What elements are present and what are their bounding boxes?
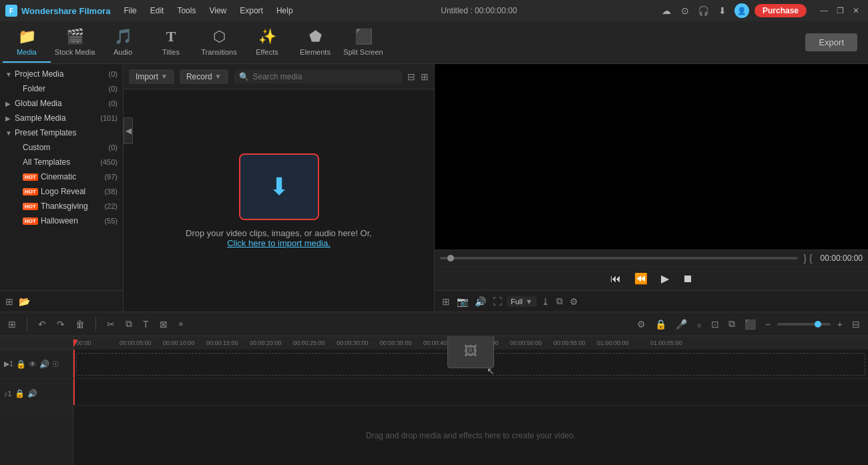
sidebar-item-preset-templates[interactable]: ▼ Preset Templates — [0, 125, 123, 140]
sidebar-item-global-media[interactable]: ▶ Global Media (0) — [0, 96, 123, 111]
audio-drop-zone[interactable] — [76, 384, 865, 401]
user-avatar[interactable]: 👤 — [734, 3, 749, 18]
toolbar-effects[interactable]: ✨ Effects — [243, 23, 291, 63]
undo-icon[interactable]: ↶ — [35, 318, 49, 331]
menu-export[interactable]: Export — [234, 5, 268, 17]
snapshot-icon[interactable]: 📷 — [455, 294, 470, 309]
fullscreen-icon[interactable]: ⛶ — [491, 294, 504, 309]
zoom-in-icon[interactable]: + — [835, 318, 845, 331]
minimize-button[interactable]: — — [817, 4, 831, 17]
menu-tools[interactable]: Tools — [172, 5, 201, 17]
delete-icon[interactable]: 🗑 — [73, 318, 87, 331]
scrubber-handle[interactable] — [447, 255, 454, 262]
video-drop-zone[interactable]: 🖼 ↖ — [76, 353, 865, 376]
toolbar-elements[interactable]: ⬟ Elements — [291, 23, 339, 63]
preview-buttons: ⏮ ⏪ ▶ ⏹ — [435, 266, 868, 290]
audio-track-icon[interactable]: 🔊 — [39, 360, 49, 369]
scene-icon[interactable]: ⊞ — [5, 318, 19, 331]
sidebar-item-thanksgiving[interactable]: HOT Thanksgiving (22) — [0, 199, 123, 213]
sidebar-item-project-media[interactable]: ▼ Project Media (0) — [0, 67, 123, 81]
toolbar-media[interactable]: 📁 Media — [3, 23, 51, 63]
split-screen-icon: ⬛ — [355, 28, 373, 45]
import-button[interactable]: Import ▼ — [129, 69, 174, 84]
toolbar-split-screen[interactable]: ⬛ Split Screen — [339, 23, 387, 63]
close-button[interactable]: ✕ — [849, 4, 863, 17]
ripple-icon[interactable]: ⧝ — [176, 318, 186, 331]
search-input[interactable] — [253, 72, 397, 81]
lock-icon[interactable]: 🔒 — [652, 318, 669, 331]
lock-track-icon[interactable]: 🔒 — [16, 360, 26, 369]
import-link[interactable]: Click here to import media. — [227, 238, 331, 248]
toolbar-titles[interactable]: T Titles — [147, 23, 195, 63]
audio-waveform-icon[interactable]: 🔊 — [473, 294, 488, 309]
add-to-timeline-icon[interactable]: ⊞ — [440, 294, 452, 309]
menu-view[interactable]: View — [204, 5, 232, 17]
zoom-out-icon[interactable]: − — [763, 318, 773, 331]
scrubber-track[interactable] — [440, 257, 798, 260]
sidebar-item-sample-media[interactable]: ▶ Sample Media (101) — [0, 111, 123, 125]
sidebar-item-logo-reveal[interactable]: HOT Logo Reveal (38) — [0, 184, 123, 199]
panel-tree: ▼ Project Media (0) Folder (0) ▶ Global … — [0, 64, 123, 290]
panel-collapse-button[interactable]: ◀ — [124, 117, 133, 144]
folder-icon[interactable]: 📂 — [19, 296, 30, 307]
grid-icon[interactable]: ⊞ — [421, 71, 429, 82]
sidebar-item-folder[interactable]: Folder (0) — [0, 81, 123, 96]
toolbar-transitions[interactable]: ⬡ Transitions — [195, 23, 243, 63]
sidebar-item-all-templates[interactable]: All Templates (450) — [0, 155, 123, 169]
download-icon[interactable]: ⬇ — [716, 4, 729, 17]
filter-icon[interactable]: ⊟ — [407, 71, 415, 82]
track-labels-header: ▶1 🔒 👁 🔊 ☉ ♪1 🔒 🔊 — [0, 336, 73, 465]
cut-icon[interactable]: ✂ — [104, 318, 118, 331]
text-icon[interactable]: T — [140, 318, 152, 331]
toolbar-audio[interactable]: 🎵 Audio — [99, 23, 147, 63]
add-folder-icon[interactable]: ⊞ — [5, 296, 13, 307]
toolbar-stock-media[interactable]: 🎬 Stock Media — [51, 23, 99, 63]
cloud-icon[interactable]: ☁ — [660, 4, 673, 17]
zoom-handle[interactable] — [815, 321, 821, 328]
stop-button[interactable]: ⏹ — [677, 270, 698, 288]
menu-edit[interactable]: Edit — [145, 5, 170, 17]
record-button[interactable]: Record ▼ — [180, 69, 228, 84]
skip-back-button[interactable]: ⏮ — [605, 270, 626, 288]
lock-audio-icon[interactable]: 🔒 — [15, 389, 25, 398]
media-icon: 📁 — [18, 28, 36, 45]
audio-vol-icon[interactable]: 🔊 — [27, 389, 37, 398]
solo-icon[interactable]: ☉ — [52, 360, 59, 369]
crop-icon[interactable]: ⊠ — [157, 318, 170, 331]
all-templates-count: (450) — [100, 158, 118, 166]
purchase-button[interactable]: Purchase — [754, 4, 807, 17]
sidebar-item-custom[interactable]: Custom (0) — [0, 140, 123, 155]
frame-back-button[interactable]: ⏪ — [629, 270, 653, 288]
bracket-left[interactable]: } — [803, 253, 807, 264]
sidebar-item-halloween[interactable]: HOT Halloween (55) — [0, 213, 123, 228]
menu-file[interactable]: File — [118, 5, 142, 17]
snap-icon[interactable]: ⊡ — [708, 318, 722, 331]
export-frame-icon[interactable]: ⤓ — [539, 294, 552, 309]
media-area: Import ▼ Record ▼ 🔍 ⊟ ⊞ ⬇ Drop your vide… — [124, 64, 434, 312]
mic-icon[interactable]: 🎤 — [673, 318, 690, 331]
pip2-icon[interactable]: ⧉ — [726, 317, 738, 331]
ruler-mark-13: 01:00:05:00 — [650, 340, 704, 346]
play-button[interactable]: ▶ — [656, 270, 674, 288]
fit-icon[interactable]: ⊟ — [849, 318, 863, 331]
preview-screen — [435, 64, 868, 250]
zoom-slider[interactable] — [777, 323, 831, 326]
speed-icon[interactable]: ⬛ — [742, 318, 758, 331]
sun-icon[interactable]: ⊙ — [678, 4, 692, 17]
settings-icon[interactable]: ⚙ — [568, 294, 580, 309]
sidebar-item-cinematic[interactable]: HOT Cinematic (97) — [0, 169, 123, 184]
maximize-button[interactable]: ❐ — [833, 4, 847, 17]
bracket-right[interactable]: { — [809, 253, 813, 264]
menu-help[interactable]: Help — [271, 5, 298, 17]
copy-icon[interactable]: ⧉ — [123, 317, 135, 331]
headset-icon[interactable]: 🎧 — [697, 4, 710, 17]
folder-label: Folder — [23, 84, 109, 93]
eye-icon[interactable]: 👁 — [29, 360, 37, 369]
redo-icon[interactable]: ↷ — [54, 318, 67, 331]
markers-icon[interactable]: ⬦ — [694, 318, 704, 331]
quality-dropdown[interactable]: Full ▼ — [507, 296, 537, 307]
search-box[interactable]: 🔍 — [234, 70, 402, 83]
settings-icon[interactable]: ⚙ — [634, 318, 648, 331]
export-button[interactable]: Export — [805, 33, 857, 51]
pip-icon[interactable]: ⧉ — [554, 294, 565, 309]
